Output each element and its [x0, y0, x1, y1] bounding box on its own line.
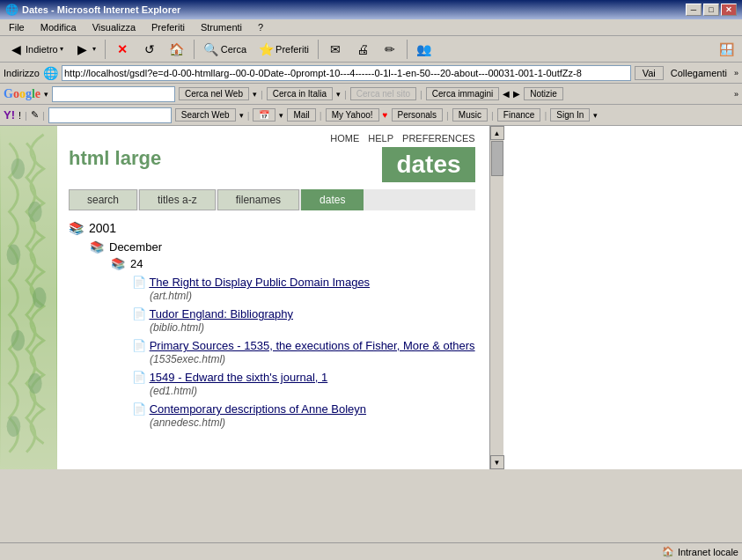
yahoo-heart-icon: ♥	[383, 110, 388, 120]
yahoo-dropdown3[interactable]: ▾	[279, 111, 283, 120]
yahoo-signin-dropdown[interactable]: ▾	[593, 111, 598, 120]
refresh-button[interactable]: ↺	[137, 39, 162, 60]
yahoo-signin-button[interactable]: Sign In	[550, 108, 590, 122]
notizie-button[interactable]: Notizie	[524, 87, 563, 100]
list-item: 📄 The Right to Display Public Domain Ima…	[132, 276, 475, 302]
collegamenti-label: Collegamenti	[667, 68, 731, 78]
cerca-immagini-button[interactable]: Cerca immagini	[426, 87, 499, 100]
item-title-5[interactable]: Contemporary descriptions of Anne Boleyn	[150, 402, 366, 416]
tree-year: 📚 2001	[69, 221, 475, 235]
yahoo-search-web-button[interactable]: Search Web	[175, 108, 236, 122]
google-search-input[interactable]	[53, 89, 174, 99]
scroll-track[interactable]	[490, 140, 503, 455]
yahoo-exclamation: !	[18, 110, 21, 121]
restore-button[interactable]: □	[703, 4, 719, 16]
scrollbar-right[interactable]: ▲ ▼	[489, 126, 503, 469]
year-label: 2001	[89, 221, 116, 235]
item-title-2[interactable]: Tudor England: Bibliography	[149, 307, 293, 321]
google-logo: Google	[4, 87, 40, 101]
back-dropdown[interactable]: ▾	[60, 45, 63, 53]
favorites-button[interactable]: ⭐ Preferiti	[253, 39, 313, 60]
yahoo-finance-button[interactable]: Finance	[497, 108, 541, 122]
windows-update[interactable]: 🪟	[714, 39, 738, 60]
svg-point-5	[11, 330, 26, 350]
address-icon: 🌐	[43, 66, 58, 80]
tree-month: 📚 December	[90, 240, 475, 254]
forward-button[interactable]: ▶ ▾	[70, 39, 100, 60]
print-button[interactable]: 🖨	[350, 39, 375, 60]
menu-preferiti[interactable]: Preferiti	[146, 21, 190, 33]
yahoo-input-wrap[interactable]	[48, 107, 172, 123]
menu-modifica[interactable]: Modifica	[35, 21, 82, 33]
stop-icon: ✕	[114, 41, 130, 57]
tab-filenames[interactable]: filenames	[217, 189, 299, 210]
home-button[interactable]: 🏠	[165, 39, 189, 60]
search-button[interactable]: 🔍 Cerca	[199, 39, 251, 60]
address-input[interactable]	[64, 68, 628, 78]
yahoo-music-button[interactable]: Music	[452, 108, 488, 122]
back-button[interactable]: ◀ Indietro ▾	[4, 39, 68, 60]
page-title: dates	[396, 151, 460, 178]
item-title-4[interactable]: 1549 - Edward the sixth's journal, 1	[150, 371, 328, 384]
google-dropdown[interactable]: ▾	[44, 90, 48, 99]
yahoo-mail-button[interactable]: Mail	[287, 108, 315, 122]
svg-point-2	[28, 202, 42, 222]
yahoo-calendar-button[interactable]: 📅	[253, 108, 275, 122]
yahoo-personals-button[interactable]: Personals	[392, 108, 443, 122]
scroll-thumb[interactable]	[491, 141, 503, 176]
menu-help[interactable]: ?	[253, 21, 268, 33]
nav-left-icon[interactable]: ◀	[503, 89, 510, 99]
tab-titles[interactable]: titles a-z	[139, 189, 216, 210]
cerca-web-dropdown[interactable]: ▾	[253, 90, 257, 99]
menu-visualizza[interactable]: Visualizza	[87, 21, 141, 33]
browser-window: HOME HELP PREFERENCES html large dates s…	[0, 126, 742, 469]
item-file-1: (art.html)	[150, 290, 192, 302]
cerca-sito-button[interactable]: Cerca nel sito	[350, 87, 416, 100]
menu-file[interactable]: File	[4, 21, 30, 33]
minimize-button[interactable]: ─	[686, 4, 702, 16]
google-search-input-wrap[interactable]	[52, 86, 175, 102]
item-file-2: (biblio.html)	[150, 321, 204, 334]
preferences-nav-link[interactable]: PREFERENCES	[402, 133, 475, 144]
address-bar: Indirizzo 🌐 Vai Collegamenti »	[0, 63, 742, 84]
title-bar-left: 🌐 Dates - Microsoft Internet Explorer	[5, 4, 180, 16]
ie-icon: 🌐	[5, 4, 18, 16]
cerca-italia-button[interactable]: Cerca in Italia	[267, 87, 333, 100]
forward-dropdown[interactable]: ▾	[92, 45, 96, 53]
cerca-italia-dropdown[interactable]: ▾	[336, 90, 341, 99]
mail-button[interactable]: ✉	[323, 39, 348, 60]
scroll-up-button[interactable]: ▲	[490, 126, 504, 140]
toolbar: ◀ Indietro ▾ ▶ ▾ ✕ ↺ 🏠 🔍 Cerca ⭐ Preferi…	[0, 36, 742, 63]
home-nav-link[interactable]: HOME	[330, 133, 359, 144]
yahoo-search-input[interactable]	[49, 110, 171, 121]
yahoo-separator2: |	[42, 110, 45, 121]
item-title-1[interactable]: The Right to Display Public Domain Image…	[149, 276, 370, 289]
edit-button[interactable]: ✏	[378, 39, 402, 60]
site-title[interactable]: html large	[69, 147, 161, 170]
svg-point-7	[7, 416, 21, 437]
item-title-3[interactable]: Primary Sources - 1535, the executions o…	[150, 339, 475, 352]
tab-dates[interactable]: dates	[301, 189, 364, 210]
stop-button[interactable]: ✕	[110, 39, 135, 60]
google-extra[interactable]: »	[734, 90, 738, 99]
collegamenti-expand[interactable]: »	[734, 69, 738, 77]
media-button[interactable]: 👥	[412, 39, 437, 60]
window-controls[interactable]: ─ □ ✕	[686, 4, 737, 16]
refresh-icon: ↺	[142, 41, 158, 57]
cerca-web-button[interactable]: Cerca nel Web	[179, 87, 249, 100]
mail-icon: ✉	[327, 41, 343, 57]
address-input-wrap[interactable]	[62, 65, 631, 81]
help-nav-link[interactable]: HELP	[368, 133, 393, 144]
vai-button[interactable]: Vai	[635, 66, 664, 80]
tab-search[interactable]: search	[69, 189, 137, 210]
item-file-5: (annedesc.html)	[150, 416, 225, 429]
yahoo-sw-dropdown[interactable]: ▾	[239, 111, 244, 120]
yahoo-myyahoo-button[interactable]: My Yahoo!	[326, 108, 379, 122]
close-button[interactable]: ✕	[721, 4, 737, 16]
nav-right-icon[interactable]: ▶	[513, 89, 520, 99]
menu-strumenti[interactable]: Strumenti	[195, 21, 247, 33]
doc-icon-3: 📄	[132, 339, 146, 352]
scroll-down-button[interactable]: ▼	[490, 455, 504, 469]
forward-icon: ▶	[75, 41, 91, 57]
month-book-icon: 📚	[90, 240, 104, 254]
